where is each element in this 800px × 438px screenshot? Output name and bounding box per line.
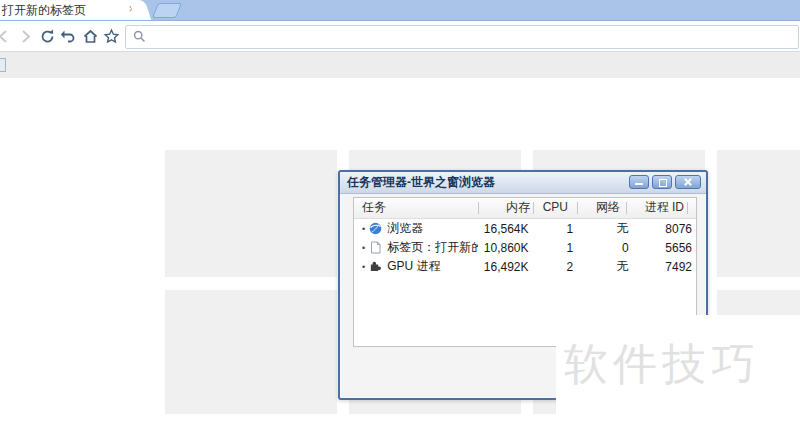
column-header-cpu[interactable]: CPU [534,198,578,218]
home-icon[interactable] [82,28,99,45]
tab-strip: 打开新的标签页 × [0,0,800,21]
pid-value: 5656 [636,241,696,255]
gpu-icon [369,260,382,273]
process-name: GPU 进程 [387,258,440,275]
new-tab-button[interactable] [152,3,182,18]
cpu-value: 1 [533,241,584,255]
table-row-gpu-process[interactable]: • GPU 进程 16,492K 2 无 7492 [354,257,696,276]
memory-value: 10,860K [478,241,533,255]
column-header-pid[interactable]: 进程 ID [627,198,688,218]
row-bullet: • [362,243,365,253]
bookmarks-bar [0,51,800,78]
window-controls [629,175,701,189]
table-row-browser[interactable]: • 浏览器 16,564K 1 无 8076 [354,219,696,238]
speed-dial-tile[interactable] [165,290,337,414]
watermark-overlay: 软件技巧 [556,315,800,438]
pid-value: 7492 [636,260,696,274]
speed-dial-tile[interactable] [165,150,337,277]
watermark-text: 软件技巧 [564,335,760,394]
column-header-task[interactable]: 任务 [354,198,479,218]
memory-value: 16,492K [478,260,533,274]
close-icon[interactable] [675,175,701,189]
dialog-title: 任务管理器-世界之窗浏览器 [347,172,495,193]
browser-window: 打开新的标签页 × [0,0,800,438]
speed-dial-tile[interactable] [717,150,800,277]
process-list-header: 任务 内存 CPU 网络 进程 ID [354,198,696,219]
back-icon[interactable] [0,28,12,45]
process-name: 浏览器 [387,220,423,237]
column-header-memory[interactable]: 内存 [479,198,534,218]
search-icon [133,30,146,43]
network-value: 无 [583,258,635,275]
network-value: 无 [583,220,635,237]
minimize-icon[interactable] [629,175,649,189]
forward-icon[interactable] [17,28,34,45]
table-row-tab-page[interactable]: • 标签页：打开新的标... 10,860K 1 0 5656 [354,238,696,257]
process-name: 标签页：打开新的标... [387,239,477,256]
refresh-icon[interactable] [39,28,56,45]
column-header-filler [688,198,696,218]
undo-icon[interactable] [60,28,77,45]
network-value: 0 [583,241,635,255]
memory-value: 16,564K [478,222,533,236]
toolbar [0,21,800,51]
row-bullet: • [362,224,365,234]
page-icon [369,241,382,254]
globe-icon [369,222,382,235]
address-bar-input[interactable] [125,25,799,49]
tab-title: 打开新的标签页 [2,0,86,20]
bookmark-favicon-fragment-icon[interactable] [0,58,6,72]
favorites-star-icon[interactable] [103,28,120,45]
maximize-icon[interactable] [652,175,672,189]
cpu-value: 2 [533,260,584,274]
pid-value: 8076 [636,222,696,236]
dialog-title-bar[interactable]: 任务管理器-世界之窗浏览器 [340,172,706,194]
column-header-network[interactable]: 网络 [578,198,627,218]
tab-new-tab-page[interactable]: 打开新的标签页 × [0,0,138,20]
row-bullet: • [362,262,365,272]
cpu-value: 1 [533,222,584,236]
